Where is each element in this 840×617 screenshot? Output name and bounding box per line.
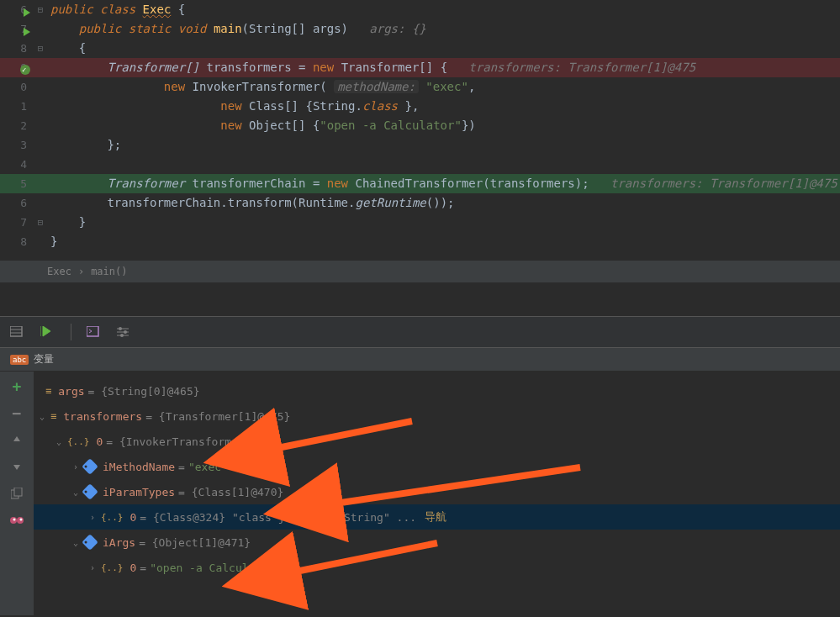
variables-panel: + − ≡ args = {String[0]@465} ⌄ ≡ transfo… [0,372,840,615]
line-number: 8 [20,42,27,55]
fold-icon[interactable]: ⊟ [34,39,47,58]
navigate-link[interactable]: 导航 [425,509,446,525]
svg-rect-11 [14,488,22,496]
line-number: 3 [20,139,27,151]
code-line[interactable]: 7 ⊟ } [0,213,840,232]
var-row-arg-0[interactable]: › {..} 0 = "open -a Calculator" [34,555,840,580]
remove-icon[interactable]: − [9,405,24,420]
svg-point-8 [124,330,127,334]
chevron-down-icon[interactable]: ⌄ [37,412,47,421]
chevron-right-icon[interactable]: › [71,462,81,472]
chevron-down-icon[interactable]: ⌄ [54,437,64,446]
line-number: 8 [20,235,27,248]
code-line[interactable]: 8 } [0,232,840,251]
chevron-right-icon[interactable]: › [87,513,98,522]
fold-icon[interactable]: ⊟ [34,213,47,232]
field-icon [82,458,98,475]
var-row-index-0[interactable]: ⌄ {..} 0 = {InvokerTransformer@468} [34,429,840,454]
breadcrumb-item[interactable]: Exec [47,266,71,277]
chevron-down-icon[interactable]: ⌄ [71,538,81,547]
param-hint: methodName: [334,80,419,93]
glasses-icon[interactable] [9,513,24,528]
breadcrumb-item[interactable]: main() [91,266,127,277]
breadcrumb-separator: › [78,266,84,277]
variables-header: abc 变量 [0,348,840,372]
list-icon: ≡ [50,410,56,422]
svg-point-9 [120,334,124,337]
var-row-iargs[interactable]: ⌄ iArgs = {Object[1]@471} [34,530,840,555]
svg-point-15 [20,519,23,521]
settings-icon[interactable] [117,326,132,338]
var-row-paramtype-0[interactable]: › {..} 0 = {Class@324} "class java.lang.… [34,504,840,530]
add-icon[interactable]: + [9,378,24,393]
down-icon[interactable] [9,459,24,474]
field-icon [82,483,98,500]
inline-hint: transformers: Transformer[1]@475 [468,61,695,74]
resume-icon[interactable] [40,326,55,338]
code-line[interactable]: 1 new Class[] {String.class }, [0,97,840,116]
console-icon[interactable] [87,326,102,338]
object-icon: {..} [101,512,124,523]
debug-toolbar [0,316,840,348]
line-number: 2 [20,119,27,132]
code-line[interactable]: 4 [0,155,840,174]
line-number: 7 [20,216,27,229]
svg-rect-3 [87,326,98,336]
svg-point-14 [13,519,16,521]
field-icon [82,534,98,551]
abc-badge-icon: abc [10,355,29,365]
code-line-current[interactable]: 5 Transformer transformerChain = new Cha… [0,174,840,193]
variables-title: 变量 [34,352,54,367]
inline-hint: args: {} [369,22,425,35]
line-number: 1 [20,100,27,113]
code-editor[interactable]: 6 ⊟ public class Exec { 7 public static … [0,0,840,261]
list-icon: ≡ [45,385,51,397]
code-line[interactable]: 2 new Object[] {"open -a Calculator"}) [0,116,840,135]
code-line[interactable]: 7 public static void main(String[] args)… [0,19,840,39]
breadcrumb: Exec › main() [0,261,840,282]
code-line-highlighted[interactable]: 9 Transformer[] transformers = new Trans… [0,58,840,77]
line-number: 6 [20,197,27,209]
code-line[interactable]: 8 ⊟ { [0,39,840,58]
var-row-iparamtypes[interactable]: ⌄ iParamTypes = {Class[1]@470} [34,479,840,504]
up-icon[interactable] [9,432,24,447]
code-line[interactable]: 6 ⊟ public class Exec { [0,0,840,19]
code-line[interactable]: 6 transformerChain.transform(Runtime.get… [0,193,840,213]
frames-icon[interactable] [10,326,25,338]
object-icon: {..} [101,562,124,573]
copy-icon[interactable] [9,486,24,501]
fold-icon[interactable]: ⊟ [34,0,47,19]
inline-hint: transformers: Transformer[1]@475 [610,177,837,190]
line-number: 5 [20,177,27,190]
code-line[interactable]: 0 new InvokerTransformer( methodName: "e… [0,77,840,97]
line-number: 4 [20,158,27,171]
svg-point-7 [119,327,122,330]
line-number: 0 [20,81,27,93]
var-row-args[interactable]: ≡ args = {String[0]@465} [34,378,840,403]
var-row-imethodname[interactable]: › iMethodName = "exec" [34,454,840,479]
code-line[interactable]: 3 }; [0,135,840,155]
object-icon: {..} [67,436,90,447]
var-row-transformers[interactable]: ⌄ ≡ transformers = {Transformer[1]@475} [34,403,840,429]
run-icon[interactable] [24,28,30,36]
chevron-right-icon[interactable]: › [87,563,98,572]
breakpoint-check-icon[interactable] [20,65,30,75]
variables-tree[interactable]: ≡ args = {String[0]@465} ⌄ ≡ transformer… [34,372,840,615]
debug-actions-sidebar: + − [0,372,34,615]
run-icon[interactable] [24,8,30,17]
class-name: Exec [143,3,172,16]
svg-rect-0 [10,326,22,336]
chevron-down-icon[interactable]: ⌄ [71,488,81,497]
